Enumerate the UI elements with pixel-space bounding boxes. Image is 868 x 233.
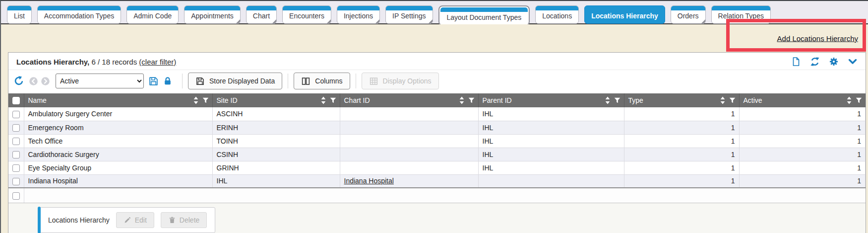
gear-icon[interactable] (829, 57, 839, 67)
toolbar-separator (288, 74, 288, 88)
filter-icon[interactable] (330, 97, 336, 104)
cell-type: 1 (624, 134, 739, 148)
column-header-parent-id: Parent ID (483, 96, 512, 104)
tab-relation-types[interactable]: Relation Types (711, 5, 771, 24)
cell-parent-id: IHL (478, 107, 624, 121)
row-checkbox[interactable] (12, 138, 20, 145)
panel-header: Locations Hierarchy, 6 / 18 records (cle… (8, 53, 866, 70)
save-icon[interactable] (148, 76, 159, 86)
cell-type: 1 (624, 107, 739, 121)
tab-cap (585, 6, 665, 10)
column-header-active: Active (744, 96, 762, 104)
filter-icon[interactable] (856, 97, 862, 104)
tab-cap (440, 7, 528, 12)
cell-chart-id (340, 121, 478, 134)
tab-label: Layout Document Types (440, 12, 528, 25)
tab-list[interactable]: List (7, 5, 32, 24)
filter-icon[interactable] (202, 97, 209, 104)
tab-label: Accommodation Types (38, 10, 121, 23)
panel-header-icons (791, 57, 858, 67)
tab-chart[interactable]: Chart (246, 5, 277, 24)
toolbar: Active Store Displayed Data Columns Disp… (8, 70, 866, 93)
table-row: Cardiothoracic Surgery CSINH IHL 1 1 (8, 148, 866, 161)
tab-label: Orders (671, 10, 705, 23)
lock-icon[interactable] (163, 76, 173, 86)
nav-back-icon[interactable] (29, 77, 38, 86)
tab-label: Injections (337, 10, 379, 23)
chart-id-link[interactable]: Indiana Hospital (344, 177, 394, 185)
cell-site-id: GRINH (212, 161, 340, 174)
cell-site-id: TOINH (212, 134, 340, 148)
filter-icon[interactable] (729, 97, 736, 104)
table-row: Tech Office TOINH IHL 1 1 (8, 134, 866, 148)
row-checkbox[interactable] (12, 111, 20, 118)
cell-parent-id (478, 174, 624, 188)
tab-appointments[interactable]: Appointments (184, 5, 241, 24)
cell-active: 1 (739, 134, 866, 148)
table-row: Emergency Room ERINH IHL 1 1 (8, 121, 866, 134)
tab-label: Admin Code (127, 10, 178, 23)
cell-active: 1 (739, 161, 866, 174)
row-checkbox[interactable] (12, 124, 20, 132)
tab-label: List (7, 10, 31, 23)
columns-button[interactable]: Columns (294, 73, 350, 89)
refresh-icon[interactable] (810, 57, 820, 67)
cell-chart-id: Indiana Hospital (340, 174, 478, 188)
clear-filter-link[interactable]: (clear filter) (139, 58, 176, 66)
sort-icon[interactable] (720, 96, 725, 104)
delete-button: Delete (161, 212, 207, 228)
collapse-chevron-icon[interactable] (848, 57, 858, 67)
cell-type: 1 (624, 148, 739, 161)
sort-icon[interactable] (321, 96, 326, 104)
tab-label: IP Settings (386, 10, 432, 23)
row-checkbox[interactable] (12, 164, 20, 172)
tab-encounters[interactable]: Encounters (282, 5, 331, 24)
display-options-button: Display Options (362, 73, 439, 89)
cell-parent-id: IHL (478, 134, 624, 148)
cell-chart-id (340, 161, 478, 174)
sort-icon[interactable] (847, 96, 852, 104)
row-checkbox[interactable] (12, 178, 20, 185)
cell-name: Emergency Room (24, 121, 212, 134)
tab-locations[interactable]: Locations (535, 5, 579, 24)
tab-cap (38, 6, 121, 10)
nav-forward-icon[interactable] (41, 77, 50, 86)
new-document-icon[interactable] (791, 57, 801, 67)
column-header-chart-id: Chart ID (344, 96, 370, 104)
cell-name: Ambulatory Surgery Center (24, 107, 212, 121)
tab-cap (386, 6, 432, 10)
sort-icon[interactable] (459, 96, 464, 104)
column-header-name: Name (28, 96, 47, 104)
columns-label: Columns (315, 77, 342, 85)
row-checkbox[interactable] (12, 151, 20, 158)
tab-ip-settings[interactable]: IP Settings (385, 5, 433, 24)
tab-accommodation-types[interactable]: Accommodation Types (37, 5, 121, 24)
toolbar-separator (356, 74, 356, 88)
add-locations-hierarchy-link[interactable]: Add Locations Hierarchy (777, 34, 858, 43)
tab-admin-code[interactable]: Admin Code (126, 5, 179, 24)
display-options-label: Display Options (383, 77, 432, 85)
tab-layout-document-types[interactable]: Layout Document Types (438, 5, 530, 26)
select-all-checkbox[interactable] (12, 97, 20, 104)
tab-injections[interactable]: Injections (337, 5, 380, 24)
tab-locations-hierarchy[interactable]: Locations Hierarchy (584, 5, 665, 24)
filter-icon[interactable] (614, 97, 620, 104)
cell-site-id: ERINH (212, 121, 340, 134)
table-row: Ambulatory Surgery Center ASCINH IHL 1 1 (8, 107, 866, 121)
cell-active: 1 (739, 148, 866, 161)
locations-hierarchy-panel: Locations Hierarchy, 6 / 18 records (cle… (8, 52, 866, 233)
tab-orders[interactable]: Orders (671, 5, 706, 24)
sort-icon[interactable] (605, 96, 610, 104)
tab-label: Relation Types (712, 10, 770, 23)
selection-card: Locations Hierarchy Edit Delete (38, 207, 215, 233)
active-filter-select[interactable]: Active (56, 74, 144, 88)
store-displayed-data-button[interactable]: Store Displayed Data (188, 73, 282, 89)
undo-icon[interactable] (13, 76, 24, 86)
floppy-icon (195, 77, 205, 86)
filter-icon[interactable] (468, 97, 475, 104)
cell-site-id: CSINH (212, 148, 340, 161)
cell-type: 1 (624, 174, 739, 188)
tab-cap (247, 6, 276, 10)
sort-icon[interactable] (193, 96, 198, 104)
footer-checkbox[interactable] (12, 192, 20, 200)
